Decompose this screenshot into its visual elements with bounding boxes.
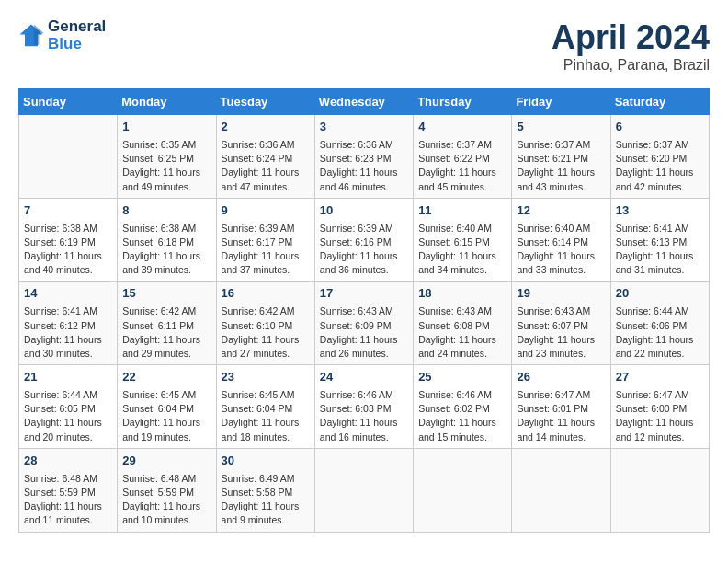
day-number: 7 [24, 202, 112, 220]
cell-info: and 46 minutes. [320, 180, 408, 194]
day-number: 11 [418, 202, 506, 220]
cell-info: Sunrise: 6:44 AM [24, 388, 112, 402]
day-number: 2 [222, 119, 310, 136]
cell-info: Daylight: 11 hours [122, 333, 210, 347]
col-wednesday: Wednesday [314, 89, 413, 115]
calendar-table: SundayMondayTuesdayWednesdayThursdayFrid… [18, 88, 710, 533]
col-thursday: Thursday [414, 89, 512, 115]
cell-info: Daylight: 11 hours [24, 500, 112, 513]
logo-blue: Blue [48, 36, 106, 53]
cell-info: and 49 minutes. [122, 180, 210, 194]
day-number: 23 [222, 369, 310, 386]
calendar-cell: 2Sunrise: 6:36 AMSunset: 6:24 PMDaylight… [216, 115, 314, 199]
day-number: 27 [616, 369, 704, 386]
cell-info: Daylight: 11 hours [320, 333, 408, 347]
cell-info: Daylight: 11 hours [122, 500, 210, 513]
cell-info: Sunset: 6:10 PM [222, 319, 310, 333]
cell-info: Sunrise: 6:35 AM [122, 138, 210, 152]
cell-info: Daylight: 11 hours [418, 249, 506, 263]
calendar-cell: 3Sunrise: 6:36 AMSunset: 6:23 PMDaylight… [314, 115, 413, 199]
calendar-cell [610, 448, 709, 532]
cell-info: Daylight: 11 hours [320, 249, 408, 263]
calendar-cell: 18Sunrise: 6:43 AMSunset: 6:08 PMDayligh… [414, 282, 512, 365]
day-number: 26 [517, 369, 605, 386]
cell-info: Sunrise: 6:39 AM [320, 222, 408, 236]
day-number: 24 [320, 369, 408, 386]
col-tuesday: Tuesday [216, 89, 314, 115]
cell-info: and 45 minutes. [418, 180, 506, 194]
cell-info: Sunrise: 6:36 AM [222, 138, 310, 152]
cell-info: and 29 minutes. [122, 347, 210, 361]
cell-info: Sunrise: 6:46 AM [320, 388, 408, 402]
cell-info: Daylight: 11 hours [418, 166, 506, 179]
calendar-cell: 9Sunrise: 6:39 AMSunset: 6:17 PMDaylight… [216, 198, 314, 282]
day-number: 5 [517, 119, 605, 136]
col-saturday: Saturday [610, 89, 709, 115]
cell-info: Sunset: 6:19 PM [24, 236, 112, 249]
cell-info: Sunset: 6:03 PM [320, 402, 408, 416]
day-number: 3 [320, 119, 408, 136]
week-row-5: 28Sunrise: 6:48 AMSunset: 5:59 PMDayligh… [19, 448, 710, 532]
calendar-cell [314, 448, 413, 532]
cell-info: and 27 minutes. [222, 347, 310, 361]
cell-info: Daylight: 11 hours [418, 416, 506, 430]
cell-info: Daylight: 11 hours [320, 166, 408, 179]
cell-info: Daylight: 11 hours [222, 416, 310, 430]
cell-info: and 47 minutes. [222, 180, 310, 194]
cell-info: and 24 minutes. [418, 347, 506, 361]
cell-info: and 33 minutes. [517, 263, 605, 277]
cell-info: Daylight: 11 hours [24, 416, 112, 430]
calendar-cell: 4Sunrise: 6:37 AMSunset: 6:22 PMDaylight… [414, 115, 512, 199]
day-number: 10 [320, 202, 408, 220]
cell-info: Sunrise: 6:38 AM [24, 222, 112, 236]
cell-info: Sunset: 6:05 PM [24, 402, 112, 416]
cell-info: Sunrise: 6:43 AM [320, 304, 408, 318]
cell-info: Sunrise: 6:47 AM [517, 388, 605, 402]
cell-info: Sunset: 6:21 PM [517, 152, 605, 166]
calendar-cell [414, 448, 512, 532]
calendar-cell: 19Sunrise: 6:43 AMSunset: 6:07 PMDayligh… [512, 282, 610, 365]
calendar-cell: 21Sunrise: 6:44 AMSunset: 6:05 PMDayligh… [19, 365, 118, 449]
cell-info: and 36 minutes. [320, 263, 408, 277]
cell-info: and 15 minutes. [418, 431, 506, 444]
calendar-cell: 17Sunrise: 6:43 AMSunset: 6:09 PMDayligh… [314, 282, 413, 365]
cell-info: and 37 minutes. [222, 263, 310, 277]
cell-info: Daylight: 11 hours [222, 166, 310, 179]
week-row-1: 1Sunrise: 6:35 AMSunset: 6:25 PMDaylight… [19, 115, 710, 199]
calendar-cell: 10Sunrise: 6:39 AMSunset: 6:16 PMDayligh… [314, 198, 413, 282]
calendar-cell: 5Sunrise: 6:37 AMSunset: 6:21 PMDaylight… [512, 115, 610, 199]
cell-info: Daylight: 11 hours [222, 500, 310, 513]
cell-info: Sunset: 6:24 PM [222, 152, 310, 166]
calendar-cell: 27Sunrise: 6:47 AMSunset: 6:00 PMDayligh… [610, 365, 709, 449]
cell-info: Sunrise: 6:41 AM [616, 222, 704, 236]
cell-info: Sunrise: 6:40 AM [517, 222, 605, 236]
cell-info: Sunrise: 6:40 AM [418, 222, 506, 236]
cell-info: Daylight: 11 hours [122, 249, 210, 263]
cell-info: Sunset: 6:02 PM [418, 402, 506, 416]
cell-info: Sunset: 6:09 PM [320, 319, 408, 333]
header-row: SundayMondayTuesdayWednesdayThursdayFrid… [19, 89, 710, 115]
col-monday: Monday [118, 89, 216, 115]
cell-info: Daylight: 11 hours [24, 249, 112, 263]
day-number: 1 [122, 119, 210, 136]
calendar-cell: 13Sunrise: 6:41 AMSunset: 6:13 PMDayligh… [610, 198, 709, 282]
cell-info: Daylight: 11 hours [418, 333, 506, 347]
calendar-cell: 30Sunrise: 6:49 AMSunset: 5:58 PMDayligh… [216, 448, 314, 532]
cell-info: and 18 minutes. [222, 431, 310, 444]
week-row-4: 21Sunrise: 6:44 AMSunset: 6:05 PMDayligh… [19, 365, 710, 449]
cell-info: Daylight: 11 hours [517, 416, 605, 430]
cell-info: Sunrise: 6:42 AM [222, 304, 310, 318]
logo: General Blue [18, 18, 106, 52]
cell-info: Daylight: 11 hours [517, 333, 605, 347]
week-row-2: 7Sunrise: 6:38 AMSunset: 6:19 PMDaylight… [19, 198, 710, 282]
calendar-cell: 15Sunrise: 6:42 AMSunset: 6:11 PMDayligh… [118, 282, 216, 365]
calendar-cell [512, 448, 610, 532]
cell-info: Sunset: 6:00 PM [616, 402, 704, 416]
cell-info: Sunset: 6:04 PM [122, 402, 210, 416]
calendar-cell: 16Sunrise: 6:42 AMSunset: 6:10 PMDayligh… [216, 282, 314, 365]
cell-info: Sunset: 5:58 PM [222, 486, 310, 500]
calendar-cell: 20Sunrise: 6:44 AMSunset: 6:06 PMDayligh… [610, 282, 709, 365]
cell-info: Sunrise: 6:48 AM [24, 472, 112, 486]
calendar-cell: 25Sunrise: 6:46 AMSunset: 6:02 PMDayligh… [414, 365, 512, 449]
cell-info: Sunset: 6:07 PM [517, 319, 605, 333]
